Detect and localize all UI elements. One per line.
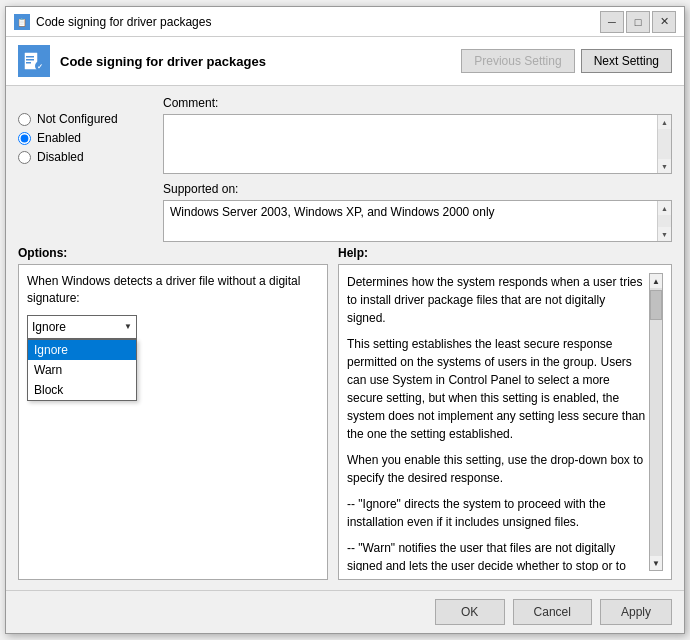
comment-scrollbar: ▲ ▼ [657, 115, 671, 173]
options-help-row: When Windows detects a driver file witho… [18, 264, 672, 580]
help-scroll-down[interactable]: ▼ [650, 556, 662, 570]
help-para-5: -- "Warn" notifies the user that files a… [347, 539, 647, 571]
svg-rect-5 [26, 62, 31, 64]
header-row: ✓ Code signing for driver packages Previ… [6, 37, 684, 86]
apply-button[interactable]: Apply [600, 599, 672, 625]
disabled-label[interactable]: Disabled [37, 150, 84, 164]
title-bar: 📋 Code signing for driver packages ─ □ ✕ [6, 7, 684, 37]
comment-label: Comment: [163, 96, 218, 110]
supported-scroll-up[interactable]: ▲ [658, 201, 671, 215]
header-icon: ✓ [18, 45, 50, 77]
help-para-3: When you enable this setting, use the dr… [347, 451, 647, 487]
help-scroll-track [650, 288, 662, 556]
comment-textarea[interactable] [164, 115, 657, 173]
cancel-button[interactable]: Cancel [513, 599, 592, 625]
help-scroll-up[interactable]: ▲ [650, 274, 662, 288]
options-section: When Windows detects a driver file witho… [18, 264, 328, 580]
svg-text:📋: 📋 [17, 17, 27, 27]
svg-text:✓: ✓ [37, 63, 43, 70]
previous-setting-button[interactable]: Previous Setting [461, 49, 574, 73]
options-description: When Windows detects a driver file witho… [27, 273, 319, 307]
dropdown-item-ignore[interactable]: Ignore [28, 340, 136, 360]
close-button[interactable]: ✕ [652, 11, 676, 33]
supported-label: Supported on: [163, 182, 238, 196]
svg-rect-3 [26, 56, 34, 58]
disabled-radio[interactable] [18, 151, 31, 164]
minimize-button[interactable]: ─ [600, 11, 624, 33]
supported-scrollbar: ▲ ▼ [657, 201, 671, 241]
ok-button[interactable]: OK [435, 599, 505, 625]
comment-scroll-track [658, 129, 671, 159]
enabled-radio[interactable] [18, 132, 31, 145]
help-panel: Determines how the system responds when … [338, 264, 672, 580]
window-icon: 📋 [14, 14, 30, 30]
dropdown-item-block[interactable]: Block [28, 380, 136, 400]
title-bar-controls: ─ □ ✕ [600, 11, 676, 33]
not-configured-radio[interactable] [18, 113, 31, 126]
header-buttons: Previous Setting Next Setting [461, 49, 672, 73]
dropdown-button[interactable]: Ignore ▼ [27, 315, 137, 339]
supported-value: Windows Server 2003, Windows XP, and Win… [164, 201, 657, 241]
next-setting-button[interactable]: Next Setting [581, 49, 672, 73]
svg-rect-4 [26, 59, 34, 61]
title-bar-text: Code signing for driver packages [36, 15, 600, 29]
enabled-label[interactable]: Enabled [37, 131, 81, 145]
supported-scroll-track [658, 215, 671, 227]
enabled-radio-row: Enabled [18, 131, 153, 145]
footer-row: OK Cancel Apply [6, 590, 684, 633]
not-configured-label[interactable]: Not Configured [37, 112, 118, 126]
main-window: 📋 Code signing for driver packages ─ □ ✕… [5, 6, 685, 634]
maximize-button[interactable]: □ [626, 11, 650, 33]
help-para-2: This setting establishes the least secur… [347, 335, 647, 443]
disabled-radio-row: Disabled [18, 150, 153, 164]
help-heading: Help: [338, 246, 368, 260]
dropdown-item-warn[interactable]: Warn [28, 360, 136, 380]
supported-scroll-down[interactable]: ▼ [658, 227, 671, 241]
not-configured-radio-row: Not Configured [18, 112, 153, 126]
dropdown-selected-value: Ignore [32, 320, 66, 334]
help-section: Determines how the system responds when … [338, 264, 672, 580]
dropdown-list: Ignore Warn Block [27, 339, 137, 401]
header-title: Code signing for driver packages [60, 54, 461, 69]
comment-scroll-down[interactable]: ▼ [658, 159, 671, 173]
help-para-4: -- "Ignore" directs the system to procee… [347, 495, 647, 531]
help-para-1: Determines how the system responds when … [347, 273, 647, 327]
content-area: Not Configured Enabled Disabled Comment: [6, 86, 684, 590]
comment-scroll-up[interactable]: ▲ [658, 115, 671, 129]
dropdown-container: Ignore ▼ Ignore Warn Block [27, 315, 319, 339]
help-scroll-thumb[interactable] [650, 290, 662, 320]
help-text: Determines how the system responds when … [347, 273, 647, 571]
options-heading: Options: [18, 246, 67, 260]
options-panel: When Windows detects a driver file witho… [18, 264, 328, 580]
dropdown-arrow-icon: ▼ [124, 322, 132, 331]
